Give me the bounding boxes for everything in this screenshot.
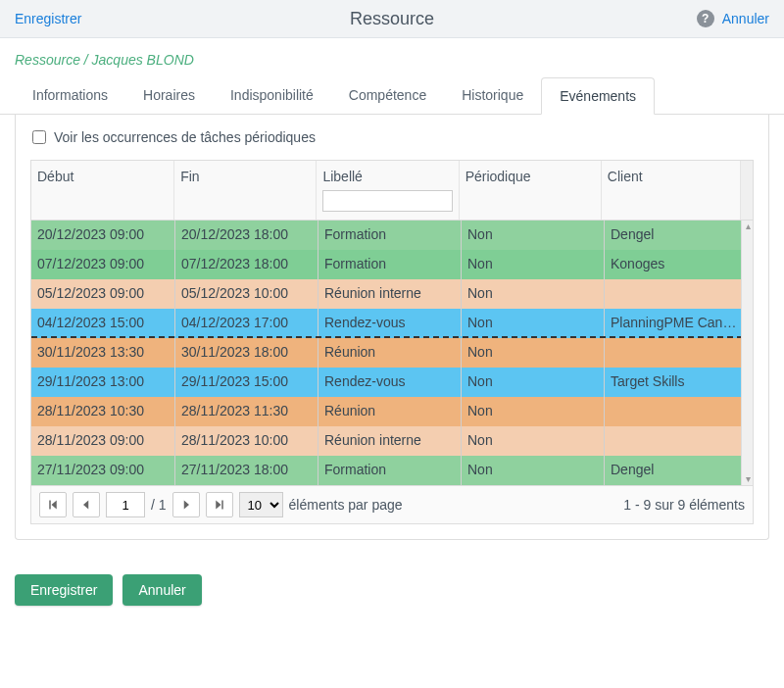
col-header-debut[interactable]: Début bbox=[31, 161, 174, 220]
libelle-filter-input[interactable] bbox=[322, 190, 452, 212]
cell-debut: 05/12/2023 09:00 bbox=[31, 279, 175, 309]
cell-debut: 30/11/2023 13:30 bbox=[31, 338, 175, 368]
events-grid: Début Fin Libellé Périodique Client 20/1… bbox=[30, 160, 754, 524]
pager-per-page-label: éléments par page bbox=[289, 497, 403, 513]
cell-client bbox=[605, 426, 745, 456]
pager: / 1 10 éléments par page 1 - 9 sur 9 élé… bbox=[31, 485, 753, 523]
cell-debut: 28/11/2023 09:00 bbox=[31, 426, 175, 456]
grid-body: 20/12/2023 09:0020/12/2023 18:00Formatio… bbox=[31, 221, 753, 485]
pager-info: 1 - 9 sur 9 éléments bbox=[623, 497, 745, 513]
cell-libelle: Formation bbox=[318, 456, 462, 485]
save-button[interactable]: Enregistrer bbox=[15, 574, 113, 606]
cell-client bbox=[605, 397, 745, 426]
cell-libelle: Rendez-vous bbox=[318, 309, 462, 336]
table-row[interactable]: 20/12/2023 09:0020/12/2023 18:00Formatio… bbox=[31, 221, 753, 250]
tabs: Informations Horaires Indisponibilité Co… bbox=[0, 77, 784, 115]
table-row[interactable]: 05/12/2023 09:0005/12/2023 10:00Réunion … bbox=[31, 279, 753, 309]
col-header-fin[interactable]: Fin bbox=[174, 161, 317, 220]
periodic-tasks-checkbox[interactable] bbox=[32, 130, 46, 144]
cell-libelle: Rendez-vous bbox=[318, 368, 462, 397]
tab-evenements[interactable]: Evénements bbox=[541, 77, 655, 115]
cell-libelle: Réunion interne bbox=[318, 279, 462, 309]
col-header-periodique[interactable]: Périodique bbox=[460, 161, 602, 220]
cell-debut: 20/12/2023 09:00 bbox=[31, 221, 175, 250]
cell-periodique: Non bbox=[462, 279, 605, 309]
scroll-up-icon[interactable]: ▴ bbox=[743, 221, 753, 231]
cell-libelle: Réunion bbox=[318, 338, 462, 368]
content-panel: Voir les occurrences de tâches périodiqu… bbox=[15, 115, 769, 540]
breadcrumb: Ressource / Jacques BLOND bbox=[0, 38, 784, 77]
pager-first-button[interactable] bbox=[39, 492, 67, 517]
cell-debut: 27/11/2023 09:00 bbox=[31, 456, 175, 485]
cell-periodique: Non bbox=[462, 338, 605, 368]
cell-debut: 28/11/2023 10:30 bbox=[31, 397, 175, 426]
cell-libelle: Formation bbox=[318, 221, 462, 250]
table-row[interactable]: 29/11/2023 13:0029/11/2023 15:00Rendez-v… bbox=[31, 368, 753, 397]
cell-libelle: Formation bbox=[318, 250, 462, 279]
table-row[interactable]: 07/12/2023 09:0007/12/2023 18:00Formatio… bbox=[31, 250, 753, 279]
tab-competence[interactable]: Compétence bbox=[331, 77, 444, 114]
cell-fin: 28/11/2023 10:00 bbox=[175, 426, 318, 456]
periodic-tasks-label: Voir les occurrences de tâches périodiqu… bbox=[54, 129, 316, 145]
page-title: Ressource bbox=[350, 9, 434, 29]
table-row[interactable]: 28/11/2023 09:0028/11/2023 10:00Réunion … bbox=[31, 426, 753, 456]
table-row[interactable]: 04/12/2023 15:0004/12/2023 17:00Rendez-v… bbox=[31, 309, 753, 338]
cell-client: Dengel bbox=[605, 456, 745, 485]
cell-debut: 29/11/2023 13:00 bbox=[31, 368, 175, 397]
tab-indisponibilite[interactable]: Indisponibilité bbox=[213, 77, 331, 114]
help-icon[interactable]: ? bbox=[697, 10, 714, 27]
cell-periodique: Non bbox=[462, 456, 605, 485]
pager-total-pages: / 1 bbox=[151, 497, 167, 513]
pager-last-button[interactable] bbox=[206, 492, 233, 517]
col-header-libelle[interactable]: Libellé bbox=[317, 161, 459, 220]
cell-fin: 05/12/2023 10:00 bbox=[175, 279, 318, 309]
cell-libelle: Réunion interne bbox=[318, 426, 462, 456]
cell-fin: 04/12/2023 17:00 bbox=[175, 309, 318, 336]
header-bar: Enregistrer Ressource ? Annuler bbox=[0, 0, 784, 38]
last-page-icon bbox=[214, 499, 225, 511]
header-save-link[interactable]: Enregistrer bbox=[15, 11, 81, 26]
cell-client: Dengel bbox=[605, 221, 745, 250]
cell-fin: 20/12/2023 18:00 bbox=[175, 221, 318, 250]
cell-fin: 29/11/2023 15:00 bbox=[175, 368, 318, 397]
cell-client: PlanningPME Canada bbox=[605, 309, 745, 336]
cell-libelle: Réunion bbox=[318, 397, 462, 426]
cell-fin: 30/11/2023 18:00 bbox=[175, 338, 318, 368]
header-cancel-link[interactable]: Annuler bbox=[722, 11, 769, 26]
cancel-button[interactable]: Annuler bbox=[122, 574, 201, 606]
next-page-icon bbox=[180, 499, 192, 511]
scroll-down-icon[interactable]: ▾ bbox=[743, 474, 753, 484]
pager-size-select[interactable]: 10 bbox=[239, 492, 283, 517]
cell-debut: 07/12/2023 09:00 bbox=[31, 250, 175, 279]
cell-client: Target Skills bbox=[605, 368, 745, 397]
grid-scrollbar[interactable]: ▴ ▾ bbox=[741, 221, 753, 485]
cell-client: Konoges bbox=[605, 250, 745, 279]
pager-prev-button[interactable] bbox=[73, 492, 100, 517]
pager-page-input[interactable] bbox=[106, 492, 145, 517]
cell-periodique: Non bbox=[462, 397, 605, 426]
footer-buttons: Enregistrer Annuler bbox=[0, 560, 784, 620]
table-row[interactable]: 27/11/2023 09:0027/11/2023 18:00Formatio… bbox=[31, 456, 753, 485]
col-header-client[interactable]: Client bbox=[602, 161, 741, 220]
grid-header: Début Fin Libellé Périodique Client bbox=[31, 161, 753, 221]
tab-informations[interactable]: Informations bbox=[15, 77, 125, 114]
cell-periodique: Non bbox=[462, 426, 605, 456]
cell-periodique: Non bbox=[462, 221, 605, 250]
cell-periodique: Non bbox=[462, 309, 605, 336]
cell-client bbox=[605, 279, 745, 309]
table-row[interactable]: 30/11/2023 13:3030/11/2023 18:00RéunionN… bbox=[31, 338, 753, 368]
cell-fin: 07/12/2023 18:00 bbox=[175, 250, 318, 279]
pager-next-button[interactable] bbox=[172, 492, 200, 517]
cell-fin: 27/11/2023 18:00 bbox=[175, 456, 318, 485]
cell-periodique: Non bbox=[462, 368, 605, 397]
tab-historique[interactable]: Historique bbox=[444, 77, 541, 114]
cell-fin: 28/11/2023 11:30 bbox=[175, 397, 318, 426]
cell-debut: 04/12/2023 15:00 bbox=[31, 309, 175, 336]
prev-page-icon bbox=[80, 499, 92, 511]
tab-horaires[interactable]: Horaires bbox=[125, 77, 213, 114]
first-page-icon bbox=[47, 499, 59, 511]
table-row[interactable]: 28/11/2023 10:3028/11/2023 11:30RéunionN… bbox=[31, 397, 753, 426]
cell-client bbox=[605, 338, 745, 368]
cell-periodique: Non bbox=[462, 250, 605, 279]
